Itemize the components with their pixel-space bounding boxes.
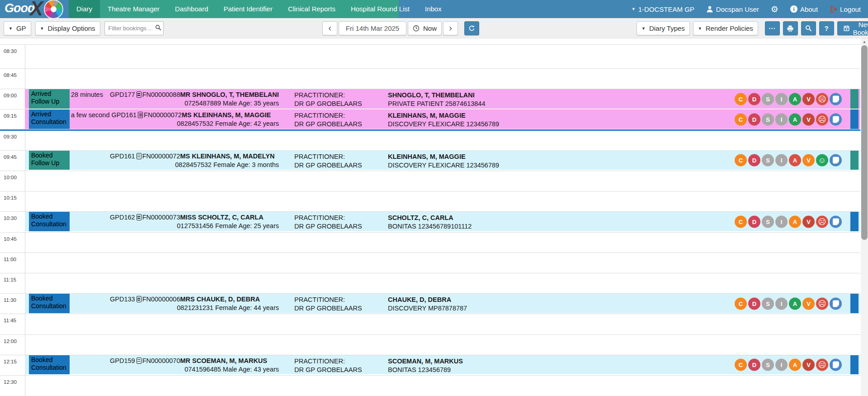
action-i-button[interactable]: I [775, 297, 788, 310]
sad-face-icon[interactable]: ☹ [816, 93, 828, 105]
scrollbar-thumb[interactable] [861, 45, 868, 240]
new-booking-button[interactable]: New Booking [837, 21, 868, 35]
action-s-button[interactable]: S [762, 93, 774, 105]
time-slot-1100[interactable]: 11:00 [0, 253, 860, 273]
booking-row-1030[interactable]: BookedConsultationGPD162FN00000073MISS S… [25, 212, 860, 231]
action-v-button[interactable]: V [802, 215, 815, 228]
sad-face-icon[interactable]: ☹ [816, 297, 828, 310]
action-a-button[interactable]: A [789, 93, 801, 105]
action-i-button[interactable]: I [775, 113, 788, 125]
time-slot-0930[interactable]: 09:30 [0, 130, 860, 150]
booking-row-0945[interactable]: BookedFollow UpGPD161FN00000072MS KLEINH… [25, 151, 860, 170]
note-icon[interactable] [830, 93, 842, 105]
action-v-button[interactable]: V [802, 297, 815, 310]
action-a-button[interactable]: A [789, 154, 801, 167]
date-display[interactable]: Fri 14th Mar 2025 [339, 21, 406, 35]
booking-row-1130[interactable]: BookedConsultationGPD133FN00000006MRS CH… [25, 294, 860, 313]
nav-item-theatre-manager[interactable]: Theatre Manager [100, 0, 167, 18]
time-slot-1230[interactable]: 12:30 [0, 375, 860, 396]
sad-face-icon[interactable]: ☹ [816, 113, 828, 125]
action-v-button[interactable]: V [802, 93, 815, 105]
nav-item-dashboard[interactable]: Dashboard [167, 0, 216, 18]
time-slot-1145[interactable]: 11:45 [0, 314, 860, 334]
nav-item-patient-identifier[interactable]: Patient Identifier [216, 0, 280, 18]
action-s-button[interactable]: S [762, 297, 774, 310]
action-v-button[interactable]: V [802, 113, 815, 125]
sad-face-icon[interactable]: ☹ [816, 215, 828, 228]
scroll-up-arrow[interactable]: ▲ [861, 38, 868, 45]
next-day-button[interactable]: › [443, 21, 458, 35]
now-button[interactable]: Now [408, 21, 442, 35]
help-button[interactable]: ? [819, 21, 834, 35]
time-slot-1200[interactable]: 12:00 [0, 334, 860, 355]
practice-selector[interactable]: ▼ 1-DOCSTEAM GP [632, 5, 694, 13]
diary-grid: 08:3008:4509:0009:1509:3009:4510:0010:15… [0, 38, 861, 396]
action-s-button[interactable]: S [762, 359, 774, 371]
action-a-button[interactable]: A [789, 359, 801, 371]
nav-item-clinical-reports[interactable]: Clinical Reports [280, 0, 343, 18]
diary-types-dropdown[interactable]: ▼ Diary Types [637, 21, 690, 35]
booking-row-0915[interactable]: ArrivedConsultationa few secondGPD161FN0… [25, 110, 860, 129]
action-i-button[interactable]: I [775, 154, 788, 167]
account-block: SCHOLTZ, C, CARLABONITAS 123456789101112 [388, 214, 472, 231]
booking-row-1215[interactable]: BookedConsultationGPD159FN00000070MR SCO… [25, 355, 860, 375]
new-booking-label: New Booking [853, 21, 868, 36]
search-button[interactable] [801, 21, 816, 35]
time-slot-1045[interactable]: 10:45 [0, 232, 860, 253]
happy-face-icon[interactable]: ☺ [816, 154, 828, 167]
note-icon[interactable] [830, 154, 842, 167]
action-d-button[interactable]: D [748, 359, 760, 371]
more-options-button[interactable]: ... [765, 21, 780, 35]
action-d-button[interactable]: D [748, 215, 760, 228]
action-s-button[interactable]: S [762, 154, 774, 167]
vertical-scrollbar[interactable]: ▲ [861, 38, 868, 396]
action-v-button[interactable]: V [802, 359, 815, 371]
patient-name: MS KLEINHANS, M, MADELYN [180, 153, 274, 160]
user-menu[interactable]: Docspan User [706, 5, 759, 13]
action-c-button[interactable]: C [735, 113, 747, 125]
booking-row-0900[interactable]: ArrivedFollow Up28 minutesGPD177FN000000… [25, 89, 860, 109]
sad-face-icon[interactable]: ☹ [816, 359, 828, 371]
note-icon[interactable] [830, 359, 842, 371]
action-s-button[interactable]: S [762, 113, 774, 125]
action-s-button[interactable]: S [762, 215, 774, 228]
refresh-button[interactable] [464, 21, 479, 35]
action-c-button[interactable]: C [735, 154, 747, 167]
action-d-button[interactable]: D [748, 154, 760, 167]
action-c-button[interactable]: C [735, 297, 747, 310]
action-c-button[interactable]: C [735, 215, 747, 228]
nav-item-diary[interactable]: Diary [69, 0, 100, 18]
action-c-button[interactable]: C [735, 93, 747, 105]
time-slot-1015[interactable]: 10:15 [0, 191, 860, 211]
about-button[interactable]: i About [790, 5, 818, 13]
note-icon[interactable] [830, 215, 842, 228]
settings-button[interactable]: ⚙ [771, 4, 778, 14]
action-c-button[interactable]: C [735, 359, 747, 371]
display-options-dropdown[interactable]: ▼ Display Options [35, 21, 100, 35]
topbar-right: ▼ 1-DOCSTEAM GP Docspan User ⚙ i About L… [632, 0, 868, 18]
action-d-button[interactable]: D [748, 297, 760, 310]
action-i-button[interactable]: I [775, 215, 788, 228]
prev-day-button[interactable]: ‹ [322, 21, 337, 35]
action-d-button[interactable]: D [748, 93, 760, 105]
render-policies-dropdown[interactable]: ▼ Render Policies [693, 21, 758, 35]
action-i-button[interactable]: I [775, 93, 788, 105]
print-button[interactable] [783, 21, 798, 35]
time-slot-0830[interactable]: 08:30 [0, 44, 860, 68]
action-i-button[interactable]: I [775, 359, 788, 371]
time-slot-0845[interactable]: 08:45 [0, 68, 860, 89]
note-icon[interactable] [830, 297, 842, 310]
logout-button[interactable]: Logout [830, 5, 861, 13]
action-a-button[interactable]: A [789, 113, 801, 125]
action-a-button[interactable]: A [789, 297, 801, 310]
time-slot-1000[interactable]: 10:00 [0, 171, 860, 191]
gp-dropdown[interactable]: ▼ GP [4, 21, 31, 35]
action-a-button[interactable]: A [789, 215, 801, 228]
action-d-button[interactable]: D [748, 113, 760, 125]
nav-item-inbox[interactable]: Inbox [417, 0, 449, 18]
time-label: 12:00 [4, 339, 17, 344]
action-v-button[interactable]: V [802, 154, 815, 167]
note-icon[interactable] [830, 113, 842, 125]
time-slot-1115[interactable]: 11:15 [0, 273, 860, 293]
nav-item-hospital-round-list[interactable]: Hospital Round List [343, 0, 417, 18]
